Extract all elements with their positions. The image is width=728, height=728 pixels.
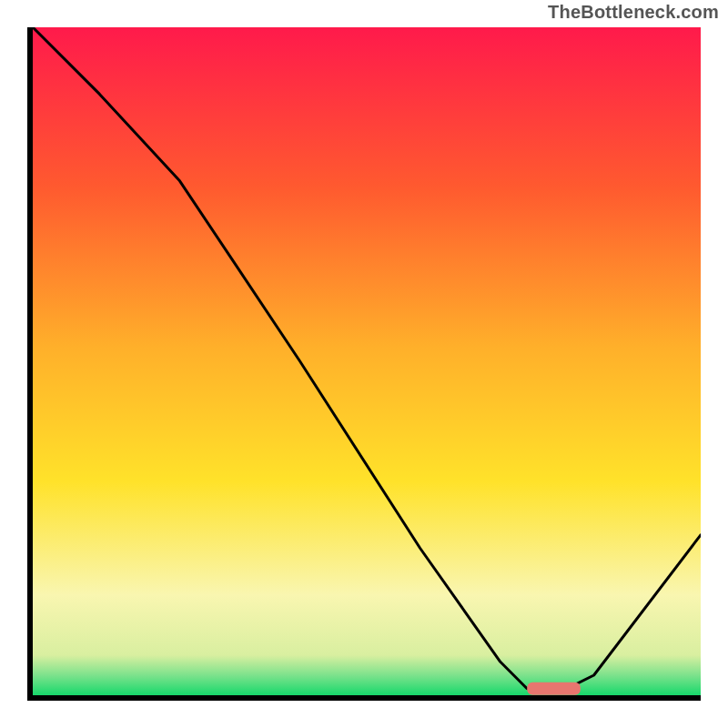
gradient-background: [33, 27, 701, 695]
plot-area: [33, 27, 701, 695]
optimal-marker: [527, 682, 581, 695]
chart-container: TheBottleneck.com: [0, 0, 728, 728]
watermark-text: TheBottleneck.com: [548, 2, 719, 23]
plot-svg: [33, 27, 701, 695]
